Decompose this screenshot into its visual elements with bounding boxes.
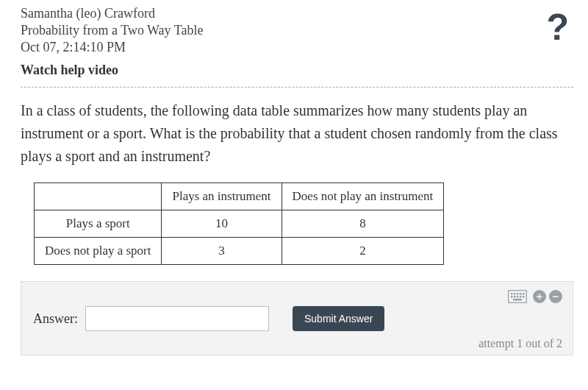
watch-help-video-link[interactable]: Watch help video — [21, 63, 118, 78]
assignment-topic: Probability from a Two Way Table — [21, 23, 573, 38]
answer-panel: +− Answer: Submit Answer attempt 1 out o… — [21, 281, 573, 355]
two-way-table: Plays an instrument Does not play an ins… — [34, 182, 444, 265]
attempt-counter: attempt 1 out of 2 — [33, 337, 562, 350]
svg-rect-3 — [517, 293, 519, 295]
table-header-cell: Plays an instrument — [162, 183, 282, 210]
question-text: In a class of students, the following da… — [21, 99, 573, 168]
answer-row: Answer: Submit Answer — [33, 306, 562, 331]
svg-rect-8 — [517, 296, 519, 298]
assignment-header: Samantha (leo) Crawford Probability from… — [21, 6, 573, 87]
data-cell: 10 — [162, 210, 282, 238]
table-header-cell — [35, 183, 162, 210]
svg-rect-4 — [520, 293, 522, 295]
data-cell: 2 — [282, 238, 444, 265]
panel-toolbar: +− — [33, 289, 562, 303]
assignment-timestamp: Oct 07, 2:14:10 PM — [21, 40, 573, 55]
data-cell: 8 — [282, 210, 444, 238]
svg-rect-2 — [514, 293, 516, 295]
svg-rect-11 — [513, 299, 522, 301]
answer-input[interactable] — [85, 306, 269, 331]
help-icon[interactable]: ? — [546, 6, 569, 49]
keyboard-icon[interactable] — [508, 289, 530, 302]
submit-answer-button[interactable]: Submit Answer — [293, 306, 384, 331]
svg-rect-5 — [523, 293, 525, 295]
student-name: Samantha (leo) Crawford — [21, 6, 573, 21]
row-label: Does not play a sport — [35, 238, 162, 265]
divider — [21, 87, 573, 88]
table-row: Plays a sport 10 8 — [35, 210, 444, 238]
data-cell: 3 — [162, 238, 282, 265]
zoom-in-icon[interactable]: + — [533, 290, 546, 303]
svg-rect-10 — [523, 296, 525, 298]
table-header-row: Plays an instrument Does not play an ins… — [35, 183, 444, 210]
svg-rect-7 — [514, 296, 516, 298]
table-row: Does not play a sport 3 2 — [35, 238, 444, 265]
row-label: Plays a sport — [35, 210, 162, 238]
zoom-out-icon[interactable]: − — [549, 290, 562, 303]
answer-label: Answer: — [33, 311, 78, 327]
table-header-cell: Does not play an instrument — [282, 183, 444, 210]
svg-rect-6 — [511, 296, 513, 298]
svg-rect-9 — [520, 296, 522, 298]
svg-rect-1 — [511, 293, 513, 295]
